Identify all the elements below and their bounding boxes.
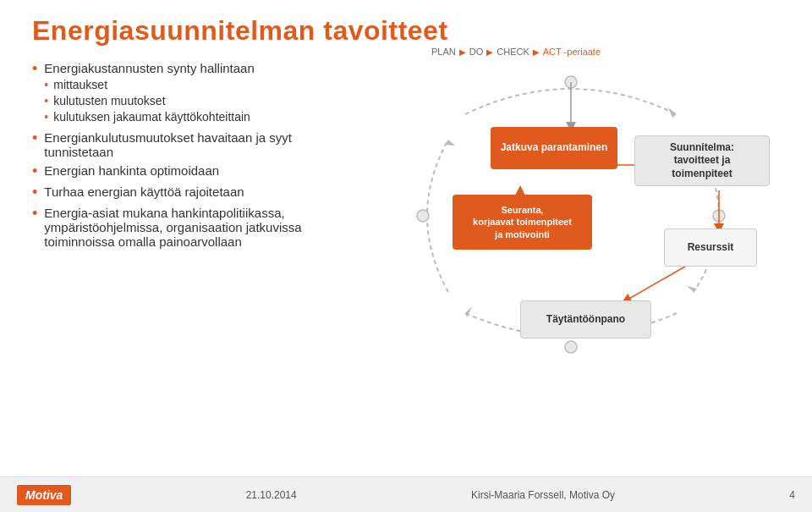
bullet-item-2: Energiankulutusmuutokset havaitaan ja sy… <box>32 130 337 159</box>
pdca-plan: PLAN <box>431 47 456 57</box>
svg-marker-2 <box>465 306 472 317</box>
box-seuranta: Seuranta, korjaavat toimenpiteet ja moti… <box>453 195 592 250</box>
sub-list-1: mittaukset kulutusten muutokset kulutuks… <box>44 78 255 124</box>
svg-point-5 <box>713 210 725 222</box>
bullet-item-3: Energian hankinta optimoidaan <box>32 163 337 180</box>
slide: Energiasuunnitelman tavoitteet Energiaku… <box>0 0 812 512</box>
svg-line-11 <box>626 267 685 300</box>
footer-logo: Motiva <box>17 485 71 505</box>
pdca-arrow-1: ▶ <box>459 47 466 57</box>
svg-marker-3 <box>445 140 455 146</box>
footer-date: 21.10.2014 <box>246 489 297 501</box>
svg-marker-0 <box>668 107 677 118</box>
pdca-check: CHECK <box>497 47 529 57</box>
bullet-list: Energiakustannusten synty hallintaan mit… <box>32 61 337 253</box>
sub-item-1-3: kulutuksen jakaumat käyttökohteittain <box>44 110 255 124</box>
svg-point-7 <box>417 210 429 222</box>
box-taytantoonpano: Täytäntöönpano <box>520 300 651 339</box>
pdca-act: ACT -periaate <box>543 47 601 57</box>
pdca-do: DO <box>469 47 484 57</box>
footer-author: Kirsi-Maaria Forssell, Motiva Oy <box>471 489 615 501</box>
bullet-item-4: Turhaa energian käyttöä rajoitetaan <box>32 184 337 201</box>
pdca-arrow-3: ▶ <box>533 47 540 57</box>
pdca-arrow-2: ▶ <box>486 47 493 57</box>
sub-item-1-2: kulutusten muutokset <box>44 94 255 107</box>
svg-marker-1 <box>687 286 697 292</box>
slide-title: Energiasuunnitelman tavoitteet <box>32 15 448 47</box>
diagram-area: PLAN ▶ DO ▶ CHECK ▶ ACT -periaate <box>364 47 795 427</box>
svg-point-6 <box>565 341 577 353</box>
sub-item-1-1: mittaukset <box>44 78 255 91</box>
svg-point-4 <box>565 76 577 88</box>
footer: Motiva 21.10.2014 Kirsi-Maaria Forssell,… <box>0 476 812 512</box>
footer-page: 4 <box>789 489 795 501</box>
box-jatkuva: Jatkuva parantaminen <box>491 127 617 169</box>
box-resurssit: Resurssit <box>664 228 757 267</box>
bullet-item-1: Energiakustannusten synty hallintaan mit… <box>32 61 337 126</box>
bullet-item-5: Energia-asiat mukana hankintapolitiikass… <box>32 206 337 249</box>
pdca-header: PLAN ▶ DO ▶ CHECK ▶ ACT -periaate <box>431 47 601 57</box>
box-suunnitelma: Suunnitelma: tavoitteet ja toimenpiteet <box>634 135 770 186</box>
